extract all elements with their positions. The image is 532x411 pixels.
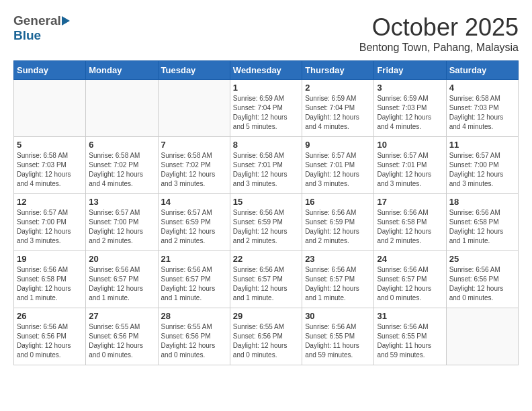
calendar-cell: 15Sunrise: 6:56 AM Sunset: 6:59 PM Dayli… (230, 194, 302, 251)
calendar-cell (86, 80, 158, 137)
day-info: Sunrise: 6:57 AM Sunset: 6:59 PM Dayligh… (161, 208, 227, 246)
day-number: 3 (377, 83, 443, 93)
day-number: 13 (89, 197, 154, 207)
calendar-cell: 6Sunrise: 6:58 AM Sunset: 7:02 PM Daylig… (86, 137, 158, 194)
day-number: 25 (449, 254, 515, 264)
calendar-cell: 28Sunrise: 6:55 AM Sunset: 6:56 PM Dayli… (158, 308, 230, 365)
calendar-cell: 9Sunrise: 6:57 AM Sunset: 7:01 PM Daylig… (302, 137, 374, 194)
calendar-cell: 31Sunrise: 6:56 AM Sunset: 6:55 PM Dayli… (374, 308, 446, 365)
calendar-cell: 11Sunrise: 6:57 AM Sunset: 7:00 PM Dayli… (446, 137, 518, 194)
day-number: 12 (17, 197, 83, 207)
calendar-cell (14, 80, 86, 137)
calendar-cell: 3Sunrise: 6:59 AM Sunset: 7:03 PM Daylig… (374, 80, 446, 137)
day-info: Sunrise: 6:55 AM Sunset: 6:56 PM Dayligh… (161, 322, 227, 360)
day-number: 26 (17, 311, 83, 321)
day-number: 22 (233, 254, 299, 264)
calendar-cell: 30Sunrise: 6:56 AM Sunset: 6:55 PM Dayli… (302, 308, 374, 365)
day-number: 18 (449, 197, 515, 207)
calendar-cell: 25Sunrise: 6:56 AM Sunset: 6:56 PM Dayli… (446, 251, 518, 308)
calendar-cell: 20Sunrise: 6:56 AM Sunset: 6:57 PM Dayli… (86, 251, 158, 308)
day-number: 5 (17, 140, 83, 150)
day-number: 1 (233, 83, 299, 93)
day-info: Sunrise: 6:56 AM Sunset: 6:55 PM Dayligh… (377, 322, 443, 360)
logo-arrow-icon (62, 16, 70, 26)
weekday-header-wednesday: Wednesday (230, 61, 302, 80)
weekday-header-row: SundayMondayTuesdayWednesdayThursdayFrid… (14, 61, 519, 80)
day-info: Sunrise: 6:58 AM Sunset: 7:01 PM Dayligh… (233, 151, 299, 189)
day-number: 16 (305, 197, 371, 207)
calendar-row: 1Sunrise: 6:59 AM Sunset: 7:04 PM Daylig… (14, 80, 519, 137)
day-number: 10 (377, 140, 443, 150)
calendar-cell: 5Sunrise: 6:58 AM Sunset: 7:03 PM Daylig… (14, 137, 86, 194)
month-title: October 2025 (359, 13, 519, 42)
day-info: Sunrise: 6:57 AM Sunset: 7:00 PM Dayligh… (17, 208, 83, 246)
calendar-cell: 29Sunrise: 6:55 AM Sunset: 6:56 PM Dayli… (230, 308, 302, 365)
header: General Blue October 2025 Bentong Town, … (13, 13, 519, 54)
day-info: Sunrise: 6:55 AM Sunset: 6:56 PM Dayligh… (89, 322, 154, 360)
calendar-cell: 1Sunrise: 6:59 AM Sunset: 7:04 PM Daylig… (230, 80, 302, 137)
calendar-cell: 12Sunrise: 6:57 AM Sunset: 7:00 PM Dayli… (14, 194, 86, 251)
calendar-cell: 4Sunrise: 6:58 AM Sunset: 7:03 PM Daylig… (446, 80, 518, 137)
calendar-cell (158, 80, 230, 137)
calendar-cell: 8Sunrise: 6:58 AM Sunset: 7:01 PM Daylig… (230, 137, 302, 194)
title-section: October 2025 Bentong Town, Pahang, Malay… (359, 13, 519, 54)
calendar-cell: 23Sunrise: 6:56 AM Sunset: 6:57 PM Dayli… (302, 251, 374, 308)
day-number: 27 (89, 311, 154, 321)
day-info: Sunrise: 6:56 AM Sunset: 6:57 PM Dayligh… (89, 265, 154, 303)
day-number: 24 (377, 254, 443, 264)
day-info: Sunrise: 6:56 AM Sunset: 6:57 PM Dayligh… (161, 265, 227, 303)
calendar-cell: 2Sunrise: 6:59 AM Sunset: 7:04 PM Daylig… (302, 80, 374, 137)
day-number: 31 (377, 311, 443, 321)
logo-blue: Blue (13, 28, 41, 43)
calendar-row: 5Sunrise: 6:58 AM Sunset: 7:03 PM Daylig… (14, 137, 519, 194)
weekday-header-thursday: Thursday (302, 61, 374, 80)
day-info: Sunrise: 6:57 AM Sunset: 7:00 PM Dayligh… (89, 208, 154, 246)
day-info: Sunrise: 6:56 AM Sunset: 6:56 PM Dayligh… (449, 265, 515, 303)
weekday-header-saturday: Saturday (446, 61, 518, 80)
calendar-row: 19Sunrise: 6:56 AM Sunset: 6:58 PM Dayli… (14, 251, 519, 308)
day-info: Sunrise: 6:58 AM Sunset: 7:02 PM Dayligh… (161, 151, 227, 189)
day-info: Sunrise: 6:56 AM Sunset: 6:58 PM Dayligh… (449, 208, 515, 246)
day-number: 20 (89, 254, 154, 264)
day-info: Sunrise: 6:59 AM Sunset: 7:03 PM Dayligh… (377, 94, 443, 132)
day-info: Sunrise: 6:56 AM Sunset: 6:57 PM Dayligh… (377, 265, 443, 303)
day-info: Sunrise: 6:56 AM Sunset: 6:55 PM Dayligh… (305, 322, 371, 360)
calendar-row: 12Sunrise: 6:57 AM Sunset: 7:00 PM Dayli… (14, 194, 519, 251)
day-number: 2 (305, 83, 371, 93)
day-number: 23 (305, 254, 371, 264)
location: Bentong Town, Pahang, Malaysia (359, 42, 519, 54)
day-info: Sunrise: 6:57 AM Sunset: 7:00 PM Dayligh… (449, 151, 515, 189)
day-info: Sunrise: 6:57 AM Sunset: 7:01 PM Dayligh… (305, 151, 371, 189)
calendar-table: SundayMondayTuesdayWednesdayThursdayFrid… (13, 60, 519, 365)
day-info: Sunrise: 6:56 AM Sunset: 6:59 PM Dayligh… (305, 208, 371, 246)
weekday-header-sunday: Sunday (14, 61, 86, 80)
weekday-header-monday: Monday (86, 61, 158, 80)
day-info: Sunrise: 6:59 AM Sunset: 7:04 PM Dayligh… (233, 94, 299, 132)
day-number: 8 (233, 140, 299, 150)
day-info: Sunrise: 6:56 AM Sunset: 6:58 PM Dayligh… (377, 208, 443, 246)
calendar-cell: 16Sunrise: 6:56 AM Sunset: 6:59 PM Dayli… (302, 194, 374, 251)
calendar-cell: 17Sunrise: 6:56 AM Sunset: 6:58 PM Dayli… (374, 194, 446, 251)
day-info: Sunrise: 6:55 AM Sunset: 6:56 PM Dayligh… (233, 322, 299, 360)
calendar-cell: 21Sunrise: 6:56 AM Sunset: 6:57 PM Dayli… (158, 251, 230, 308)
day-number: 17 (377, 197, 443, 207)
day-number: 15 (233, 197, 299, 207)
day-number: 6 (89, 140, 154, 150)
day-number: 30 (305, 311, 371, 321)
day-number: 9 (305, 140, 371, 150)
day-number: 11 (449, 140, 515, 150)
calendar-cell: 13Sunrise: 6:57 AM Sunset: 7:00 PM Dayli… (86, 194, 158, 251)
day-info: Sunrise: 6:58 AM Sunset: 7:03 PM Dayligh… (449, 94, 515, 132)
calendar-cell: 7Sunrise: 6:58 AM Sunset: 7:02 PM Daylig… (158, 137, 230, 194)
calendar-cell: 26Sunrise: 6:56 AM Sunset: 6:56 PM Dayli… (14, 308, 86, 365)
calendar-cell: 24Sunrise: 6:56 AM Sunset: 6:57 PM Dayli… (374, 251, 446, 308)
calendar-cell: 22Sunrise: 6:56 AM Sunset: 6:57 PM Dayli… (230, 251, 302, 308)
logo: General Blue (13, 13, 70, 43)
calendar-cell: 14Sunrise: 6:57 AM Sunset: 6:59 PM Dayli… (158, 194, 230, 251)
calendar-row: 26Sunrise: 6:56 AM Sunset: 6:56 PM Dayli… (14, 308, 519, 365)
day-info: Sunrise: 6:56 AM Sunset: 6:57 PM Dayligh… (233, 265, 299, 303)
day-number: 14 (161, 197, 227, 207)
day-number: 28 (161, 311, 227, 321)
day-info: Sunrise: 6:57 AM Sunset: 7:01 PM Dayligh… (377, 151, 443, 189)
day-info: Sunrise: 6:58 AM Sunset: 7:02 PM Dayligh… (89, 151, 154, 189)
